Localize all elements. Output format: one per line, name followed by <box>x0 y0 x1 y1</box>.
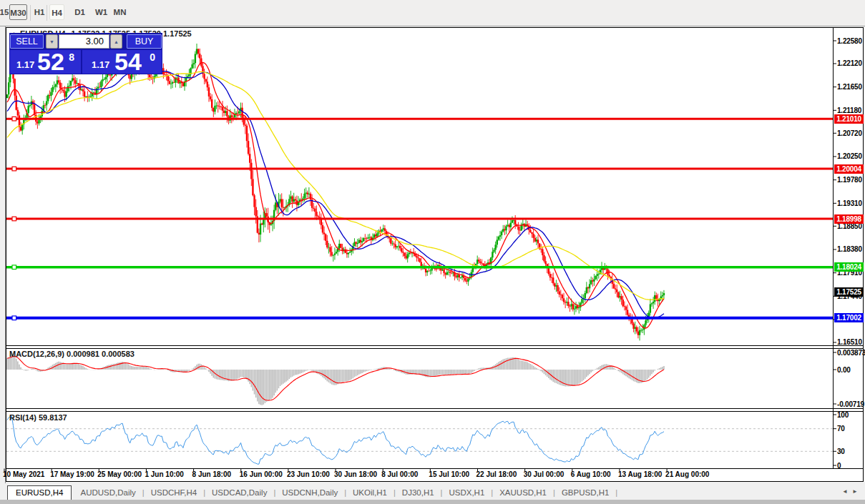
sell-price-display[interactable]: 1.17 52 8 <box>10 50 81 74</box>
level-price-label[interactable]: 1.17002 <box>834 313 864 322</box>
chevron-up-icon: ▲ <box>114 39 119 44</box>
macd-panel[interactable] <box>6 349 833 407</box>
timeframe-button-mn[interactable]: MN <box>112 5 127 20</box>
chart-tab-eurusd-h4[interactable]: EURUSD,H4 <box>7 485 72 500</box>
sell-button[interactable]: SELL <box>10 34 44 49</box>
buy-price-prefix: 1.17 <box>92 59 109 70</box>
level-price-label[interactable]: 1.18024 <box>834 262 864 272</box>
buy-price-display[interactable]: 1.17 54 0 <box>82 50 162 74</box>
tab-separator: | <box>615 486 617 500</box>
chart-tab-usdcad-daily[interactable]: USDCAD,Daily <box>205 486 273 500</box>
chart-tab-dj30-h1[interactable]: DJ30,H1 <box>396 486 441 500</box>
volume-decrease-button[interactable]: ▼ <box>46 34 58 49</box>
sell-price-big-digits: 52 <box>37 50 64 74</box>
chart-tab-usdx-h1[interactable]: USDX,H1 <box>442 486 491 500</box>
window-left-margin <box>0 26 6 504</box>
volume-increase-button[interactable]: ▲ <box>110 34 122 49</box>
chart-tab-audusd-daily[interactable]: AUDUSD,Daily <box>74 486 142 500</box>
chart-tab-ukoil-h1[interactable]: UKOil,H1 <box>346 486 394 500</box>
one-click-trading-panel: SELL ▼ 3.00 ▲ BUY 1.17 52 8 1.17 54 0 <box>9 33 162 74</box>
level-price-label[interactable]: 1.21010 <box>834 114 864 124</box>
level-price-label[interactable]: 1.20004 <box>834 164 864 174</box>
timeframe-button-h1[interactable]: H1 <box>32 5 47 20</box>
sell-price-pip-digit: 8 <box>69 51 74 63</box>
timeframe-button-d1[interactable]: D1 <box>72 5 87 20</box>
level-price-label[interactable]: 1.18998 <box>834 214 864 224</box>
toolbar-separator <box>47 5 47 21</box>
toolbar-separator <box>30 5 31 21</box>
timeframe-button-w1[interactable]: W1 <box>94 5 109 20</box>
sell-price-prefix: 1.17 <box>16 59 34 70</box>
window-bottom-edge <box>0 500 865 504</box>
timeframe-button-m30[interactable]: M30 <box>9 4 27 20</box>
price-chart-panel[interactable] <box>6 28 833 345</box>
buy-button[interactable]: BUY <box>127 34 162 49</box>
chart-tab-xauusd-h1[interactable]: XAUUSD,H1 <box>493 486 553 500</box>
chevron-down-icon: ▼ <box>49 39 54 44</box>
timeframe-button-h4[interactable]: H4 <box>49 4 64 20</box>
tab-bar-items: EURUSD,H4AUDUSD,Daily|USDCHF,H4|USDCAD,D… <box>7 483 617 500</box>
tab-scroll-left-icon[interactable]: ◄ <box>842 488 848 495</box>
chart-tab-gbpusd-h1[interactable]: GBPUSD,H1 <box>555 486 615 500</box>
chart-tab-usdchf-h4[interactable]: USDCHF,H4 <box>145 486 204 500</box>
timeframe-button-15[interactable]: 15 <box>0 5 10 20</box>
rsi-panel[interactable] <box>6 412 833 468</box>
chart-tab-usdcnh-daily[interactable]: USDCNH,Daily <box>275 486 344 500</box>
timeframe-toolbar: 15M30H1H4D1W1MN <box>0 0 865 26</box>
buy-price-pip-digit: 0 <box>150 51 155 63</box>
tab-bar: EURUSD,H4AUDUSD,Daily|USDCHF,H4|USDCAD,D… <box>0 483 865 500</box>
volume-input[interactable]: 3.00 <box>59 34 109 49</box>
buy-price-big-digits: 54 <box>114 50 142 74</box>
tab-scroll-right-icon[interactable]: ► <box>852 488 858 495</box>
